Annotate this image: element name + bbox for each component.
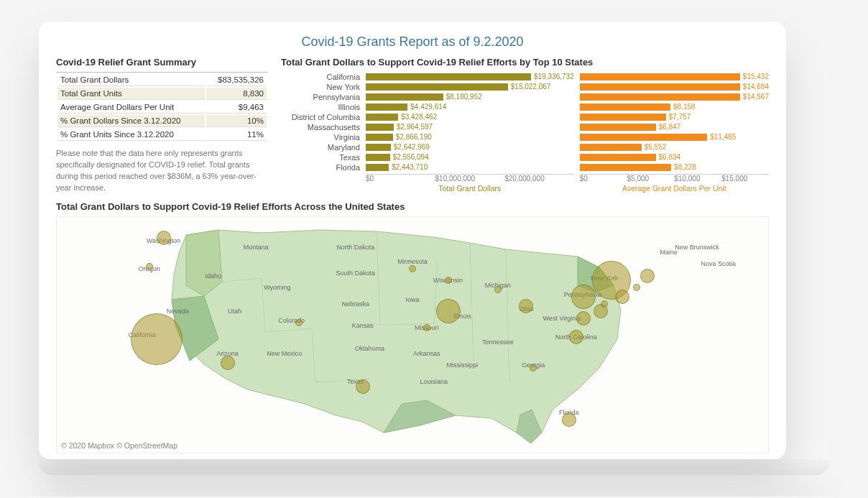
bar-row[interactable]: $3,428,462 [366,112,574,122]
axis-tick: $5,000 [627,175,675,183]
bar-row[interactable]: $14,684 [580,82,769,92]
map-bubble[interactable] [445,277,452,284]
bar-value-label: $19,336,732 [534,73,574,80]
bar-value-label: $2,556,094 [393,154,429,161]
bar[interactable] [580,83,740,91]
bar[interactable] [580,134,708,141]
summary-value: $9,463 [206,101,267,114]
map-bubble[interactable] [494,286,502,293]
bar-row[interactable]: $4,429,614 [366,102,574,112]
bar-value-label: $2,642,969 [394,144,430,151]
bar[interactable] [366,154,390,161]
bar-row[interactable]: $2,443,710 [366,162,574,172]
map-bubble[interactable] [633,284,640,291]
bar-row[interactable]: $8,158 [580,102,769,112]
map-bubble[interactable] [157,231,171,245]
map-title: Total Grant Dollars to Support Covid-19 … [56,201,769,212]
bar[interactable] [366,103,407,111]
bar[interactable] [580,124,656,131]
map-bubble[interactable] [576,311,591,326]
category-label: Virginia [281,132,360,142]
bar[interactable] [366,134,393,141]
map-bubble[interactable] [562,412,576,427]
bar[interactable] [580,114,666,121]
summary-panel: Covid-19 Relief Grant Summary Total Gran… [56,57,268,194]
bar-charts-panel[interactable]: Total Grant Dollars to Support Covid-19 … [281,57,769,194]
map-bubble[interactable] [436,299,461,323]
bar[interactable] [366,114,398,121]
bar[interactable] [580,164,671,171]
map-bubble[interactable] [221,356,235,370]
bar-value-label: $14,567 [743,93,769,101]
bar[interactable] [580,154,656,161]
map-bubble[interactable] [569,330,583,344]
bar-row[interactable]: $15,432 [580,72,769,82]
bar[interactable] [366,124,394,131]
charts-title: Total Grant Dollars to Support Covid-19 … [281,57,769,68]
axis-tick: $0 [580,175,627,183]
bar-value-label: $15,432 [743,73,769,80]
bar[interactable] [580,144,642,151]
bar[interactable] [366,93,443,101]
bar-row[interactable]: $8,180,952 [366,92,574,102]
summary-row: Total Grant Units8,830 [57,88,267,100]
summary-title: Covid-19 Relief Grant Summary [56,57,268,68]
summary-value: $83,535,326 [206,74,267,86]
bar-row[interactable]: $19,336,732 [366,72,574,82]
bar-row[interactable]: $6,834 [580,152,769,162]
summary-label: Total Grant Units [57,88,205,100]
category-label: Maryland [281,142,360,152]
category-label: California [281,72,360,82]
map-bubble[interactable] [356,379,370,394]
map-bubble[interactable] [530,364,537,372]
summary-row: % Grant Dollars Since 3.12.202010% [57,115,267,127]
category-label: Texas [281,152,360,162]
bar[interactable] [580,103,670,111]
bar-row[interactable]: $2,642,969 [366,142,574,152]
map-bubble[interactable] [519,299,533,313]
bar[interactable] [580,73,740,80]
map-attribution: © 2020 Mapbox © OpenStreetMap [61,441,177,450]
axis-tick: $0 [366,175,435,183]
bar-row[interactable]: $8,228 [580,162,769,172]
bar-value-label: $2,866,190 [396,134,432,141]
avg-per-unit-bars[interactable]: $15,432$14,684$14,567$8,158$7,757$6,847$… [580,72,769,193]
map-bubble[interactable] [640,269,655,283]
map-bubble[interactable] [409,265,416,272]
bar-row[interactable]: $2,964,597 [366,122,574,132]
bar-value-label: $8,158 [673,103,696,111]
bar[interactable] [366,83,508,91]
axis-tick: $10,000 [674,175,721,183]
bar-row[interactable]: $14,567 [580,92,769,102]
map-bubble[interactable] [615,290,629,304]
bar-row[interactable]: $15,022,067 [366,82,574,92]
map-bubble[interactable] [423,324,430,331]
bar-row[interactable]: $7,757 [580,112,769,122]
bar-value-label: $4,429,614 [410,103,446,111]
map-section: Total Grant Dollars to Support Covid-19 … [56,201,769,453]
bar[interactable] [366,164,389,171]
bar-value-label: $6,834 [659,154,681,161]
bar[interactable] [580,93,740,101]
bar[interactable] [366,73,531,80]
bar-value-label: $7,757 [669,114,691,121]
axis-tick: $20,000,000 [504,175,574,183]
total-dollars-bars[interactable]: $19,336,732$15,022,067$8,180,952$4,429,6… [366,72,574,193]
map-bubble[interactable] [146,263,153,270]
map-bubble[interactable] [571,285,596,309]
bar-row[interactable]: $2,866,190 [366,132,574,142]
bar-row[interactable]: $5,552 [580,142,769,152]
category-label: District of Columbia [281,112,360,122]
bar-row[interactable]: $6,847 [580,122,769,132]
x-axis: $0$5,000$10,000$15,000 [580,174,769,183]
bar[interactable] [366,144,391,151]
bar-value-label: $3,428,462 [401,114,437,121]
map-bubble[interactable] [131,313,183,365]
bar-row[interactable]: $11,465 [580,132,769,142]
map-bubble[interactable] [601,300,608,308]
bar-value-label: $6,847 [659,124,681,131]
axis-tick: $10,000,000 [435,175,505,183]
map-bubble[interactable] [295,319,303,326]
us-map[interactable]: WashingtonMontanaNorth DakotaOregonIdaho… [56,216,769,453]
bar-row[interactable]: $2,556,094 [366,152,574,162]
